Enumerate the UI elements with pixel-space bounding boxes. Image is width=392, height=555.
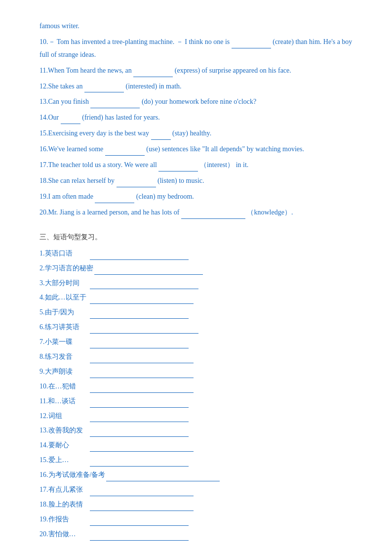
item-12-hint: (interested) in math.	[125, 83, 181, 90]
item-15-hint: (stay) healthy.	[172, 129, 211, 137]
phrase-18: 18.脸上的表情	[39, 498, 353, 511]
phrase-2-blank	[94, 267, 203, 275]
phrase-15-label: 15.爱上…	[39, 454, 89, 467]
item-10-num: 10.－ Tom has invented a tree-planting ma…	[39, 38, 230, 45]
phrase-1: 1.英语口语	[39, 247, 353, 260]
item-11-hint: (express) of surprise appeared on his fa…	[175, 67, 291, 74]
phrase-14-blank	[90, 444, 194, 452]
item-18-text1: 18.She can relax herself by	[39, 177, 117, 184]
phrase-4-blank	[90, 296, 194, 304]
phrase-20: 20.害怕做…	[39, 528, 353, 541]
item-12-blank	[84, 85, 124, 92]
phrase-18-blank	[90, 503, 194, 511]
phrases-list: 1.英语口语 2.学习语言的秘密 3.大部分时间 4.如此…以至于 5.由于/因…	[39, 247, 353, 541]
phrase-6-label: 6.练习讲英语	[39, 321, 89, 334]
phrase-7-label: 7.小菜一碟	[39, 336, 89, 348]
item-11-blank	[133, 69, 173, 77]
phrase-7: 7.小菜一碟	[39, 336, 353, 348]
item-14-blank	[61, 116, 80, 124]
phrase-4-label: 4.如此…以至于	[39, 291, 89, 304]
item-16: 16.We've learned some (use) sentences li…	[39, 143, 353, 156]
item-14-text1: 14.Our	[39, 114, 59, 121]
item-20-hint: （knowledge）.	[247, 209, 293, 216]
phrase-13-blank	[90, 429, 189, 437]
item-13: 13.Can you finish (do) your homework bef…	[39, 95, 353, 108]
phrase-16-blank	[106, 473, 220, 481]
item-11-text1: 11.When Tom heard the news, an	[39, 67, 133, 74]
item-15: 15.Exercising every day is the best way …	[39, 127, 353, 140]
item-19-blank	[95, 195, 134, 203]
item-20: 20.Mr. Jiang is a learned person, and he…	[39, 206, 353, 219]
phrase-20-label: 20.害怕做…	[39, 528, 89, 541]
item-17-blank	[158, 164, 198, 171]
phrase-5-blank	[90, 311, 189, 319]
item-16-text1: 16.We've learned some	[39, 145, 105, 153]
phrase-13-label: 13.改善我的发	[39, 424, 89, 437]
item-20-text1: 20.Mr. Jiang is a learned person, and he…	[39, 209, 181, 216]
phrase-9: 9.大声朗读	[39, 365, 353, 378]
phrase-12-blank	[90, 414, 189, 422]
item-16-hint: (use) sentences like "It all depends" by…	[146, 145, 304, 153]
phrase-19-blank	[90, 518, 189, 526]
item-19-hint: (clean) my bedroom.	[136, 193, 194, 200]
phrase-8-label: 8.练习发音	[39, 350, 89, 363]
item-13-text1: 13.Can you finish	[39, 98, 90, 105]
phrase-16-label: 16.为考试做准备/备考	[39, 469, 105, 481]
phrase-1-label: 1.英语口语	[39, 247, 89, 260]
phrase-20-blank	[90, 533, 189, 541]
item-18-blank	[117, 179, 156, 187]
phrase-14: 14.要耐心	[39, 439, 353, 452]
phrase-17-label: 17.有点儿紧张	[39, 483, 89, 496]
phrase-4: 4.如此…以至于	[39, 291, 353, 304]
item-15-text1: 15.Exercising every day is the best way	[39, 129, 151, 137]
item-14: 14.Our (friend) has lasted for years.	[39, 111, 353, 124]
item-12-text1: 12.She takes an	[39, 83, 84, 90]
phrase-17-blank	[90, 488, 194, 496]
phrase-3: 3.大部分时间	[39, 277, 353, 290]
phrase-19: 19.作报告	[39, 513, 353, 526]
item-10-blank	[232, 41, 271, 48]
item-16-blank	[105, 148, 145, 156]
phrase-19-label: 19.作报告	[39, 513, 89, 526]
intro-text: famous writer.	[39, 22, 79, 30]
phrase-6: 6.练习讲英语	[39, 321, 353, 334]
phrase-12: 12.词组	[39, 410, 353, 423]
item-14-hint: (friend) has lasted for years.	[82, 114, 159, 121]
item-19-text1: 19.I am often made	[39, 193, 95, 200]
phrase-13: 13.改善我的发	[39, 424, 353, 437]
phrase-11: 11.和…谈话	[39, 395, 353, 408]
phrase-14-label: 14.要耐心	[39, 439, 89, 452]
phrase-8-blank	[90, 355, 194, 363]
phrase-9-label: 9.大声朗读	[39, 365, 89, 378]
section3-title: 三、短语句型复习。	[39, 231, 353, 243]
phrase-15: 15.爱上…	[39, 454, 353, 467]
phrase-17: 17.有点儿紧张	[39, 483, 353, 496]
item-11: 11.When Tom heard the news, an (express)…	[39, 64, 353, 77]
item-17-text1: 17.The teacher told us a story. We were …	[39, 161, 158, 169]
phrase-8: 8.练习发音	[39, 350, 353, 363]
item-15-blank	[151, 132, 171, 140]
item-18: 18.She can relax herself by (listen) to …	[39, 174, 353, 187]
phrase-7-blank	[90, 341, 189, 348]
item-17: 17.The teacher told us a story. We were …	[39, 159, 353, 171]
phrase-6-blank	[90, 326, 198, 334]
phrase-10: 10.在…犯错	[39, 380, 353, 393]
item-13-blank	[90, 100, 140, 108]
main-content: famous writer. 10.－ Tom has invented a t…	[39, 20, 353, 541]
item-19: 19.I am often made (clean) my bedroom.	[39, 190, 353, 203]
item-20-blank	[181, 211, 245, 219]
phrase-15-blank	[90, 459, 189, 467]
phrase-1-blank	[90, 252, 189, 260]
item-18-hint: (listen) to music.	[157, 177, 204, 184]
phrase-11-blank	[90, 400, 189, 408]
phrase-9-blank	[90, 370, 194, 378]
phrase-2: 2.学习语言的秘密	[39, 262, 353, 275]
phrase-5-label: 5.由于/因为	[39, 306, 89, 319]
intro-line: famous writer.	[39, 20, 353, 33]
item-10: 10.－ Tom has invented a tree-planting ma…	[39, 36, 353, 61]
item-12: 12.She takes an (interested) in math.	[39, 80, 353, 93]
phrase-5: 5.由于/因为	[39, 306, 353, 319]
phrase-16: 16.为考试做准备/备考	[39, 469, 353, 481]
phrase-2-label: 2.学习语言的秘密	[39, 262, 93, 275]
item-13-hint: (do) your homework before nine o'clock?	[142, 98, 256, 105]
